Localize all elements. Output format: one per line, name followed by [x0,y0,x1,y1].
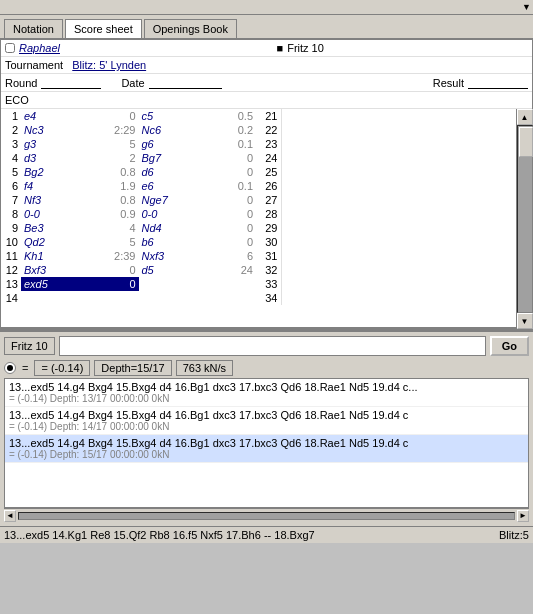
move-white[interactable]: Qd2 [21,235,109,249]
equals-sign: = [20,362,30,374]
move-number: 8 [1,207,21,221]
status-right: Blitz:5 [499,529,529,541]
move-number2: 30 [256,235,281,249]
move-white[interactable]: Be3 [21,221,109,235]
move-white[interactable]: e4 [21,109,109,123]
move-black[interactable] [139,277,227,291]
move-black[interactable]: e6 [139,179,227,193]
move-number: 11 [1,249,21,263]
white-player-name: Raphael [19,42,60,54]
eval-badge: = (-0.14) [34,360,90,376]
move-white-highlighted[interactable]: exd5 [21,277,109,291]
scroll-up-button[interactable]: ▲ [517,109,533,125]
analysis-sub-3: = (-0.14) Depth: 15/17 00:00:00 0kN [9,449,524,460]
move-white[interactable]: Nf3 [21,193,109,207]
vertical-scrollbar[interactable]: ▲ ▼ [516,109,532,329]
engine-input[interactable] [59,336,486,356]
move-black[interactable]: d6 [139,165,227,179]
move-black[interactable]: Nxf3 [139,249,227,263]
round-row: Round Date Result [1,74,532,92]
analysis-line-2[interactable]: 13...exd5 14.g4 Bxg4 15.Bxg4 d4 16.Bg1 d… [5,407,528,435]
analysis-lines[interactable]: 13...exd5 14.g4 Bxg4 15.Bxg4 d4 16.Bg1 d… [4,378,529,508]
move-black[interactable]: Bg7 [139,151,227,165]
table-row: 11 Kh1 2:39 Nxf3 6 31 [1,249,516,263]
tab-openings[interactable]: Openings Book [144,19,237,38]
table-row: 9 Be3 4 Nd4 0 29 [1,221,516,235]
move-score-w: 5 [109,137,139,151]
moves-area: 1 e4 0 c5 0.5 21 2 [1,109,532,329]
table-row: 10 Qd2 5 b6 0 30 [1,235,516,249]
move-black[interactable]: d5 [139,263,227,277]
move-score-b: 0.2 [226,123,256,137]
move-number2: 32 [256,263,281,277]
black-player: ■ Fritz 10 [277,42,529,54]
score-sheet-panel: Raphael ■ Fritz 10 Tournament Blitz: 5' … [0,39,533,330]
scroll-h-track [18,512,515,520]
move-white2[interactable] [281,109,369,123]
move-black2[interactable] [399,109,487,123]
round-label: Round [5,77,37,89]
move-white[interactable]: Bg2 [21,165,109,179]
move-score-w: 2:39 [109,249,139,263]
move-white[interactable]: Nc3 [21,123,109,137]
result-value [468,76,528,89]
tab-notation[interactable]: Notation [4,19,63,38]
move-black[interactable] [139,291,227,305]
move-white[interactable]: 0-0 [21,207,109,221]
white-checkbox[interactable] [5,43,15,53]
move-score-w: 2 [109,151,139,165]
move-black[interactable]: Nc6 [139,123,227,137]
move-white[interactable]: d3 [21,151,109,165]
move-black[interactable]: Nge7 [139,193,227,207]
scroll-down-button[interactable]: ▼ [517,313,533,329]
move-number2: 34 [256,291,281,305]
move-number: 4 [1,151,21,165]
dropdown-arrow-icon[interactable]: ▼ [522,2,531,12]
move-score-b: 0 [226,165,256,179]
move-score-b: 0 [226,221,256,235]
scroll-thumb[interactable] [519,127,533,157]
scroll-right-button[interactable]: ► [517,510,529,522]
move-white[interactable] [21,291,109,305]
move-number: 2 [1,123,21,137]
analysis-line-3[interactable]: 13...exd5 14.g4 Bxg4 15.Bxg4 d4 16.Bg1 d… [5,435,528,463]
analysis-sub-2: = (-0.14) Depth: 14/17 00:00:00 0kN [9,421,524,432]
horizontal-scrollbar[interactable]: ◄ ► [4,508,529,522]
move-black[interactable]: c5 [139,109,227,123]
move-score-b: 24 [226,263,256,277]
engine-name: Fritz 10 [4,337,55,355]
tab-scoresheet[interactable]: Score sheet [65,19,142,38]
white-player: Raphael [5,42,257,54]
move-white[interactable]: g3 [21,137,109,151]
move-black[interactable]: g6 [139,137,227,151]
move-number: 13 [1,277,21,291]
move-score-w: 4 [109,221,139,235]
move-white[interactable]: Kh1 [21,249,109,263]
radio-button[interactable] [4,362,16,374]
scroll-left-button[interactable]: ◄ [4,510,16,522]
date-label: Date [121,77,144,89]
move-number: 14 [1,291,21,305]
status-text: 13...exd5 14.Kg1 Re8 15.Qf2 Rb8 16.f5 Nx… [4,529,499,541]
move-white[interactable]: f4 [21,179,109,193]
moves-container[interactable]: 1 e4 0 c5 0.5 21 2 [1,109,516,329]
analysis-sub-1: = (-0.14) Depth: 13/17 00:00:00 0kN [9,393,524,404]
black-player-name: Fritz 10 [287,42,324,54]
move-number2: 24 [256,151,281,165]
eval-row: = = (-0.14) Depth=15/17 763 kN/s [4,360,529,376]
move-number2: 33 [256,277,281,291]
top-bar: ▼ [0,0,533,15]
move-black[interactable]: b6 [139,235,227,249]
go-button[interactable]: Go [490,336,529,356]
move-score-b: 0 [226,235,256,249]
players-row: Raphael ■ Fritz 10 [1,40,532,57]
scroll-track [517,125,533,313]
move-score-b: 0 [226,207,256,221]
move-black[interactable]: Nd4 [139,221,227,235]
table-row: 13 exd5 0 33 [1,277,516,291]
move-number: 7 [1,193,21,207]
status-bar: 13...exd5 14.Kg1 Re8 15.Qf2 Rb8 16.f5 Nx… [0,526,533,543]
analysis-line-1[interactable]: 13...exd5 14.g4 Bxg4 15.Bxg4 d4 16.Bg1 d… [5,379,528,407]
move-white[interactable]: Bxf3 [21,263,109,277]
move-black[interactable]: 0-0 [139,207,227,221]
